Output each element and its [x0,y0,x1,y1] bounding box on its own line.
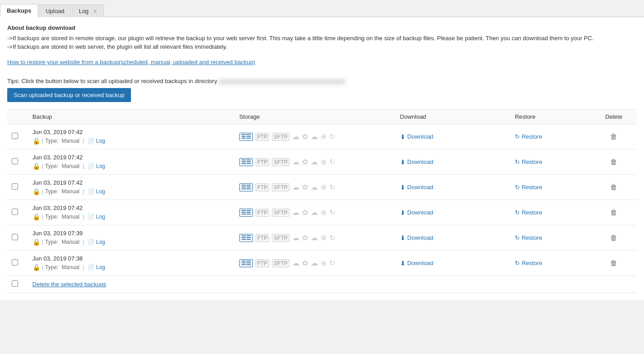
row-log-link-3[interactable]: Log [96,214,105,220]
doc-icon-2: 📄 [88,188,94,195]
cloud4-icon-3: ⊕ [321,208,327,217]
row-log-link-2[interactable]: Log [96,188,105,195]
tab-log-close[interactable]: ✕ [93,9,97,14]
download-button-0[interactable]: ⬇ Download [400,133,434,140]
refresh-icon-5: ↻ [329,259,335,267]
row-checkbox-0[interactable] [12,133,18,139]
row-date-2: Jun 03, 2019 07:42 [33,179,230,186]
download-button-1[interactable]: ⬇ Download [400,158,434,166]
row-checkbox-3[interactable] [12,209,18,215]
doc-icon-1: 📄 [88,163,94,169]
row-storage-cell: ☰☰ FTP SFTP ☁ ✿ ☁ ⊕ ↻ [235,251,396,276]
row-meta-1: 🔒 | Type: Manual | 📄 Log [33,163,230,170]
row-delete-cell: 🗑 [591,175,637,200]
row-log-link-5[interactable]: Log [96,264,105,270]
refresh-icon-0: ↻ [329,132,335,141]
storage-icons-1: ☰☰ FTP SFTP ☁ ✿ ☁ ⊕ ↻ [239,158,391,166]
backup-table: Backup Storage Download Restore Delete J… [7,109,637,293]
db-icon-0: ☰☰ [239,133,253,141]
row-meta-4: 🔒 | Type: Manual | 📄 Log [33,238,230,246]
restore-label-4: Restore [522,234,542,241]
refresh-icon-3: ↻ [329,208,335,217]
lock-icon-3: 🔒 [33,213,40,220]
delete-button-1[interactable]: 🗑 [610,158,617,166]
tab-backups[interactable]: Backups [0,4,38,17]
cloud2-icon-0: ✿ [302,132,308,141]
how-to-restore-link[interactable]: How to restore your website from a backu… [7,59,255,65]
row-restore-cell: ↻ Restore [510,149,591,175]
row-type-3: Manual [62,214,79,220]
sftp-icon-2: SFTP [272,183,289,191]
row-meta-3: 🔒 | Type: Manual | 📄 Log [33,213,230,220]
cloud3-icon-0: ☁ [311,132,318,141]
table-row: Jun 03, 2019 07:42 🔒 | Type: Manual | 📄 … [7,124,637,149]
row-download-cell: ⬇ Download [396,225,510,251]
tab-log[interactable]: Log ✕ [72,5,103,17]
row-restore-cell: ↻ Restore [510,175,591,200]
lock-icon-5: 🔒 [33,264,40,271]
restore-icon-4: ↻ [515,234,520,241]
download-button-2[interactable]: ⬇ Download [400,184,434,191]
table-row: Jun 03, 2019 07:39 🔒 | Type: Manual | 📄 … [7,225,637,251]
cloud3-icon-1: ☁ [311,158,318,166]
download-icon-2: ⬇ [400,184,406,191]
download-label-0: Download [407,133,434,140]
download-button-4[interactable]: ⬇ Download [400,234,434,242]
db-icon-1: ☰☰ [239,158,253,166]
row-checkbox-4[interactable] [12,234,18,240]
delete-button-4[interactable]: 🗑 [610,234,617,242]
download-button-3[interactable]: ⬇ Download [400,209,434,216]
row-log-link-0[interactable]: Log [96,138,105,144]
row-delete-cell: 🗑 [591,225,637,251]
row-meta-2: 🔒 | Type: Manual | 📄 Log [33,188,230,195]
cloud4-icon-4: ⊕ [321,233,327,242]
table-row: Jun 03, 2019 07:42 🔒 | Type: Manual | 📄 … [7,175,637,200]
row-log-link-1[interactable]: Log [96,163,105,169]
content-area: About backup download ->If backups are s… [0,17,644,300]
row-checkbox-2[interactable] [12,183,18,190]
storage-icons-5: ☰☰ FTP SFTP ☁ ✿ ☁ ⊕ ↻ [239,259,391,267]
tab-upload[interactable]: Upload [39,5,71,17]
storage-icons-3: ☰☰ FTP SFTP ☁ ✿ ☁ ⊕ ↻ [239,208,391,217]
ftp-icon-1: FTP [256,158,270,166]
db-icon-3: ☰☰ [239,209,253,217]
download-button-5[interactable]: ⬇ Download [400,260,434,267]
restore-button-5[interactable]: ↻ Restore [515,260,542,266]
row-restore-cell: ↻ Restore [510,225,591,251]
table-footer-row: Delete the selected backups [7,276,637,293]
row-download-cell: ⬇ Download [396,149,510,175]
tips-text: Tips: Click the button below to scan all… [7,78,637,84]
cloud1-icon-1: ☁ [292,158,299,166]
delete-button-3[interactable]: 🗑 [610,209,617,217]
row-date-0: Jun 03, 2019 07:42 [33,129,230,135]
row-checkbox-5[interactable] [12,259,18,266]
row-backup-cell: Jun 03, 2019 07:42 🔒 | Type: Manual | 📄 … [28,149,235,175]
row-log-link-4[interactable]: Log [96,239,105,245]
restore-button-2[interactable]: ↻ Restore [515,184,542,191]
row-storage-cell: ☰☰ FTP SFTP ☁ ✿ ☁ ⊕ ↻ [235,200,396,225]
delete-selected-link[interactable]: Delete the selected backups [33,281,106,288]
row-delete-cell: 🗑 [591,124,637,149]
delete-button-5[interactable]: 🗑 [610,259,617,267]
cloud1-icon-0: ☁ [292,132,299,141]
row-checkbox-1[interactable] [12,158,18,164]
restore-label-2: Restore [522,184,542,191]
doc-icon-4: 📄 [88,239,94,245]
delete-button-2[interactable]: 🗑 [610,183,617,191]
restore-button-3[interactable]: ↻ Restore [515,209,542,216]
row-type-1: Manual [62,163,79,169]
about-line2: ->If backups are stored in web server, t… [7,43,637,50]
row-type-2: Manual [62,188,79,195]
row-storage-cell: ☰☰ FTP SFTP ☁ ✿ ☁ ⊕ ↻ [235,175,396,200]
delete-button-0[interactable]: 🗑 [610,133,617,141]
footer-delete-cell: Delete the selected backups [28,276,637,293]
row-delete-cell: 🗑 [591,251,637,276]
restore-button-1[interactable]: ↻ Restore [515,158,542,165]
restore-button-4[interactable]: ↻ Restore [515,234,542,241]
scan-button[interactable]: Scan uploaded backup or received backup [7,88,131,102]
table-row: Jun 03, 2019 07:42 🔒 | Type: Manual | 📄 … [7,149,637,175]
storage-icons-2: ☰☰ FTP SFTP ☁ ✿ ☁ ⊕ ↻ [239,183,391,191]
page-container: Backups Upload Log ✕ About backup downlo… [0,0,644,354]
restore-button-0[interactable]: ↻ Restore [515,133,542,140]
footer-checkbox[interactable] [12,280,18,287]
